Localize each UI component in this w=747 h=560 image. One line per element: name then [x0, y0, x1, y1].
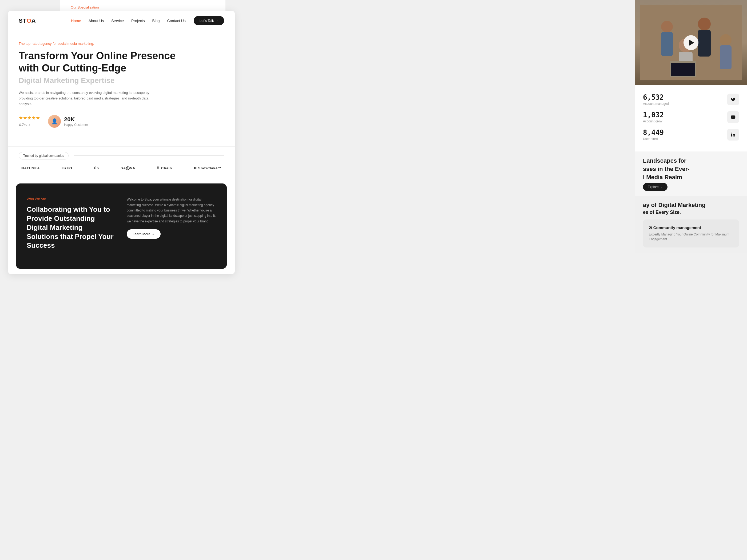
trusted-badge: Trusted by global companies: [19, 152, 69, 159]
hero-section: The top-rated agency for social media ma…: [8, 31, 235, 146]
hero-tag: The top-rated agency for social media ma…: [19, 42, 224, 46]
dark-title: Collaborating with You to Provide Outsta…: [27, 205, 116, 250]
brand-exeo: EXEO: [61, 166, 72, 170]
learn-more-button[interactable]: Learn More →: [127, 229, 161, 239]
hero-subtitle: Digital Marketing Expertise: [19, 76, 224, 85]
brand-chain: ⠿ Chain: [157, 166, 172, 170]
trusted-section: Trusted by global companies NATUSKA EXEO…: [8, 146, 235, 179]
brand-snowflake: ❄ Snowflake™: [194, 166, 222, 170]
specialization-label: Our Specialization: [71, 5, 215, 9]
brand-logos: NATUSKA EXEO Ùn SA⊙NA ⠿ Chain ❄ Snowflak…: [19, 166, 224, 170]
logo: STOA: [19, 17, 36, 24]
nav-home[interactable]: Home: [71, 19, 81, 23]
hero-title: Transform Your Online Presence with Our …: [19, 50, 224, 74]
lets-talk-button[interactable]: Let's Talk →: [194, 16, 224, 25]
rating-number: 4.7/5.0: [19, 122, 40, 128]
brand-natuska: NATUSKA: [21, 166, 40, 170]
stats-row: ★★★★★ 4.7/5.0 👤 20K Happy Customer: [19, 115, 224, 128]
rating-block: ★★★★★ 4.7/5.0: [19, 115, 40, 128]
trusted-row: Trusted by global companies: [19, 152, 224, 159]
main-card: STOA Home About Us Service Projects Blog…: [8, 11, 235, 274]
nav-blog[interactable]: Blog: [152, 19, 160, 23]
hero-description: We assist brands in navigating the const…: [19, 90, 157, 107]
nav-contact[interactable]: Contact Us: [167, 19, 186, 23]
nav-service[interactable]: Service: [111, 19, 124, 23]
avatar: 👤: [48, 115, 61, 128]
dark-right: Welcome to Stoa, your ultimate destinati…: [127, 197, 216, 256]
brand-un: Ùn: [94, 166, 99, 170]
nav-projects[interactable]: Projects: [131, 19, 145, 23]
customer-stats: 20K Happy Customer: [64, 116, 88, 127]
navbar: STOA Home About Us Service Projects Blog…: [8, 11, 235, 31]
nav-links: Home About Us Service Projects Blog Cont…: [71, 19, 186, 23]
brand-saona: SA⊙NA: [121, 166, 135, 170]
star-rating: ★★★★★: [19, 115, 40, 121]
who-label: Who We Are: [27, 197, 116, 201]
dark-section: Who We Are Collaborating with You to Pro…: [16, 184, 227, 269]
dark-description: Welcome to Stoa, your ultimate destinati…: [127, 197, 216, 224]
dark-left: Who We Are Collaborating with You to Pro…: [27, 197, 116, 256]
nav-about[interactable]: About Us: [88, 19, 104, 23]
avatar-block: 👤 20K Happy Customer: [48, 115, 88, 128]
